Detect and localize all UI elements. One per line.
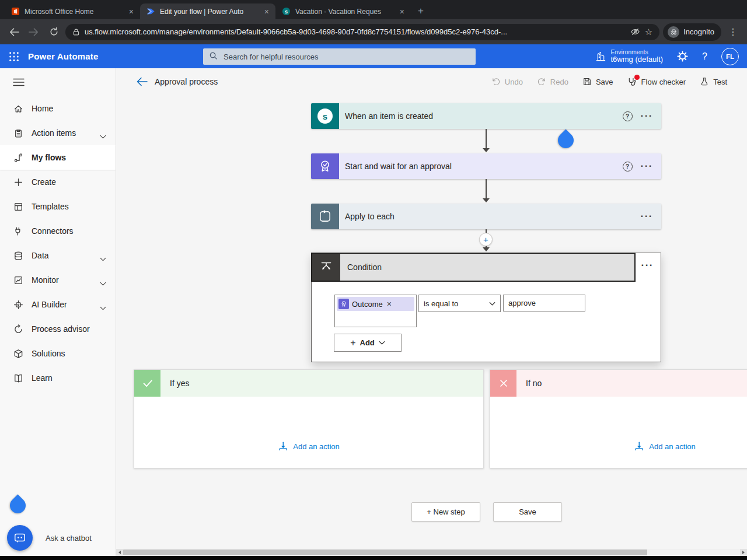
condition-operator-select[interactable]: is equal to: [418, 295, 501, 312]
more-icon[interactable]: ···: [641, 113, 653, 119]
chatbot-button[interactable]: [7, 525, 33, 551]
insert-step-button[interactable]: +: [479, 233, 493, 246]
sidebar-item-action-items[interactable]: Action items: [0, 121, 116, 145]
scroll-left-button[interactable]: [116, 549, 123, 556]
notification-dot: [634, 75, 640, 80]
flow-checker-button[interactable]: Flow checker: [627, 77, 686, 87]
scrollbar-thumb[interactable]: [123, 550, 647, 555]
tab-edit-flow[interactable]: Edit your flow | Power Auto ×: [140, 4, 275, 19]
apply-to-each-icon: [311, 204, 339, 229]
scroll-right-button[interactable]: [740, 549, 747, 556]
trigger-card[interactable]: s When an item is created ? ···: [311, 103, 661, 129]
flow-canvas: s When an item is created ? ··· Start an…: [116, 95, 747, 549]
if-yes-title: If yes: [170, 379, 189, 388]
if-yes-card[interactable]: If yes Add an action: [134, 369, 484, 468]
undo-label: Undo: [505, 78, 523, 86]
environments-picker[interactable]: Environments t6wmg (default): [595, 48, 664, 64]
sidebar-item-learn[interactable]: Learn: [0, 366, 116, 390]
app-body: Home Action items My flows Create Templa…: [0, 68, 747, 556]
power-automate-icon: [146, 7, 155, 16]
sidebar-item-label: Monitor: [32, 275, 59, 285]
browser-addressbar: us.flow.microsoft.com/manage/environment…: [0, 19, 747, 44]
sidebar-item-label: Create: [32, 177, 56, 187]
eye-off-icon[interactable]: [630, 27, 640, 37]
chevron-down-icon: [100, 278, 106, 288]
sidebar-item-ai-builder[interactable]: AI Builder: [0, 292, 116, 317]
templates-icon: [13, 201, 23, 212]
help-icon[interactable]: ?: [702, 51, 707, 62]
if-yes-header[interactable]: If yes: [134, 370, 483, 397]
tab-office-home[interactable]: Microsoft Office Home ×: [5, 4, 140, 19]
sidebar-item-home[interactable]: Home: [0, 96, 116, 121]
close-icon[interactable]: ×: [387, 299, 392, 309]
sidebar-item-create[interactable]: Create: [0, 170, 116, 194]
more-icon[interactable]: ···: [641, 163, 653, 169]
approvals-icon: [338, 299, 349, 309]
add-action-link[interactable]: Add an action: [634, 441, 696, 452]
sidebar-item-data[interactable]: Data: [0, 243, 116, 268]
monitor-chart-icon: [13, 275, 23, 285]
avatar[interactable]: FL: [721, 48, 739, 65]
sharepoint-icon: s: [281, 7, 291, 16]
undo-button[interactable]: Undo: [491, 77, 523, 86]
close-icon[interactable]: ×: [127, 8, 135, 16]
url-bar[interactable]: us.flow.microsoft.com/manage/environment…: [65, 24, 659, 40]
redo-button[interactable]: Redo: [537, 77, 568, 86]
sidebar-item-templates[interactable]: Templates: [0, 194, 116, 219]
search-input[interactable]: [222, 52, 470, 62]
save-flow-button[interactable]: Save: [493, 502, 562, 522]
x-icon: [490, 370, 516, 397]
browser-back-button[interactable]: [6, 24, 22, 40]
dynamic-content-chip[interactable]: Outcome ×: [337, 297, 414, 311]
help-icon[interactable]: ?: [623, 111, 633, 121]
if-no-card[interactable]: If no Add an action: [490, 369, 747, 468]
condition-header[interactable]: Condition: [311, 253, 636, 282]
environments-label: Environments: [611, 48, 664, 55]
help-icon[interactable]: ?: [623, 162, 633, 172]
chevron-down-icon: [100, 131, 106, 141]
save-button[interactable]: Save: [582, 77, 613, 86]
connector-line: [486, 129, 487, 148]
search-icon: [209, 51, 218, 62]
trigger-title: When an item is created: [345, 111, 433, 121]
chip-label: Outcome: [352, 300, 383, 309]
browser-menu-icon[interactable]: ⋮: [725, 26, 741, 37]
close-icon[interactable]: ×: [263, 8, 271, 16]
solutions-box-icon: [13, 348, 23, 359]
flows-icon: [13, 152, 23, 163]
bookmark-star-icon[interactable]: ☆: [645, 27, 652, 37]
new-tab-button[interactable]: +: [411, 5, 431, 19]
add-action-link[interactable]: Add an action: [278, 441, 340, 452]
back-button[interactable]: [136, 77, 148, 86]
sidebar-item-monitor[interactable]: Monitor: [0, 268, 116, 292]
browser-reload-button[interactable]: [46, 24, 62, 40]
tab-vacation[interactable]: s Vacation - Vacation Reques ×: [275, 4, 411, 19]
condition-value-input[interactable]: [503, 295, 585, 312]
sidebar-item-process-advisor[interactable]: Process advisor: [0, 317, 116, 341]
ai-chip-icon: [13, 299, 23, 310]
more-icon[interactable]: ···: [641, 262, 654, 268]
horizontal-scrollbar[interactable]: [116, 549, 747, 556]
connector-arrowhead: [483, 198, 490, 202]
test-button[interactable]: Test: [700, 77, 727, 86]
browser-forward-button[interactable]: [26, 24, 42, 40]
app-launcher-icon[interactable]: [0, 44, 28, 68]
close-icon[interactable]: ×: [398, 8, 406, 16]
if-no-header[interactable]: If no: [490, 370, 747, 397]
sidebar-item-solutions[interactable]: Solutions: [0, 341, 116, 366]
sidebar-item-connectors[interactable]: Connectors: [0, 219, 116, 243]
search-box[interactable]: [203, 48, 476, 65]
condition-operand-field[interactable]: Outcome ×: [334, 295, 417, 327]
new-step-button[interactable]: + New step: [411, 502, 480, 522]
approvals-icon: [311, 153, 339, 179]
save-label: Save: [596, 78, 613, 86]
hamburger-menu-icon[interactable]: [0, 68, 116, 96]
condition-add-button[interactable]: + Add: [334, 334, 402, 352]
approval-card[interactable]: Start and wait for an approval ? ···: [311, 153, 661, 179]
gear-icon[interactable]: [677, 51, 688, 62]
sidebar-item-my-flows[interactable]: My flows: [0, 145, 116, 170]
more-icon[interactable]: ···: [641, 214, 653, 219]
apply-to-each-card[interactable]: Apply to each ···: [311, 204, 661, 229]
sidebar-item-label: Home: [32, 104, 53, 113]
condition-card[interactable]: Condition ··· Outcome × is equa: [311, 253, 661, 362]
